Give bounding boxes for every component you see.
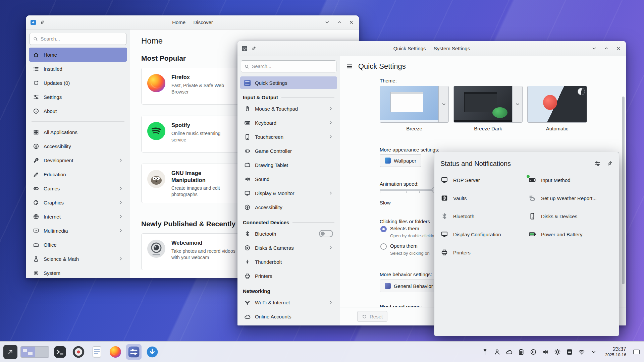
task-icon-system-settings[interactable]: [126, 344, 142, 360]
maximize-button[interactable]: [602, 45, 610, 52]
status-item-rdp-server[interactable]: RDP Server: [440, 171, 525, 189]
sidebar-item-all-applications[interactable]: All Applications: [29, 125, 127, 139]
clipboard-tray-icon[interactable]: [516, 346, 526, 358]
radio-button-selected[interactable]: [380, 226, 387, 232]
sidebar-item-multimedia[interactable]: Multimedia: [29, 224, 127, 238]
sidebar-item-internet[interactable]: Internet: [29, 209, 127, 224]
sidebar-item-installed[interactable]: Installed: [29, 62, 127, 76]
radio-button[interactable]: [380, 243, 387, 250]
sidebar-item-online-accounts[interactable]: Online Accounts: [240, 309, 337, 323]
theme-dropdown-button[interactable]: [438, 86, 448, 122]
general-behavior-button[interactable]: General Behavior: [380, 280, 438, 292]
app-card-webcamoid[interactable]: Webcamoid Take photos and record videos …: [141, 233, 241, 270]
task-icon-firefox[interactable]: [108, 344, 123, 360]
task-icon-konsole[interactable]: [52, 344, 68, 360]
remote-desktop-tray-icon[interactable]: [480, 346, 490, 358]
theme-card-automatic[interactable]: Automatic: [527, 86, 587, 131]
sidebar-item-science-math[interactable]: Science & Math: [29, 252, 127, 266]
sidebar-item-accessibility[interactable]: Accessibility: [240, 200, 337, 214]
radio-option-selects-them[interactable]: Selects them Open by double-clicking: [380, 226, 437, 238]
theme-card-breeze[interactable]: Breeze: [380, 86, 449, 131]
virtual-desktop-pager[interactable]: [20, 346, 49, 358]
user-tray-icon[interactable]: [492, 346, 502, 358]
settings-titlebar[interactable]: Quick Settings — System Settings: [237, 41, 626, 56]
discover-search-input[interactable]: [41, 36, 123, 42]
sidebar-item-keyboard[interactable]: Keyboard: [240, 116, 337, 130]
discover-app-icon[interactable]: [30, 19, 36, 25]
app-launcher-button[interactable]: [3, 345, 17, 359]
sidebar-item-office[interactable]: Office: [29, 238, 127, 252]
minimize-button[interactable]: [323, 19, 331, 26]
sidebar-item-games[interactable]: Games: [29, 181, 127, 195]
weather-tray-icon[interactable]: [504, 346, 514, 358]
sidebar-item-touchscreen[interactable]: Touchscreen: [240, 130, 337, 144]
minimize-button[interactable]: [590, 45, 598, 52]
task-icon-file-manager[interactable]: [89, 344, 105, 360]
keyboard-layout-tray-icon[interactable]: [565, 346, 575, 358]
app-card-firefox[interactable]: Firefox Fast, Private & Safe Web Browser: [141, 68, 241, 105]
task-icon-discover[interactable]: [145, 344, 160, 360]
sidebar-item-game-controller[interactable]: Game Controller: [240, 144, 337, 158]
sidebar-item-disks-cameras[interactable]: Disks & Cameras: [240, 241, 337, 255]
status-item-power-battery[interactable]: Power and Battery: [528, 225, 613, 243]
configure-icon[interactable]: [594, 160, 601, 167]
settings-search-input[interactable]: [252, 64, 333, 69]
sidebar-item-about[interactable]: About: [29, 104, 127, 118]
close-button[interactable]: [347, 19, 355, 26]
sidebar-item-display-monitor[interactable]: Display & Monitor: [240, 186, 337, 200]
status-item-disks-devices[interactable]: Disks & Devices: [528, 207, 613, 225]
sidebar-item-thunderbolt[interactable]: Thunderbolt: [240, 255, 337, 269]
sidebar-item-printers[interactable]: Printers: [240, 269, 337, 283]
status-item-display-configuration[interactable]: Display Configuration: [440, 225, 525, 243]
sidebar-item-updates[interactable]: Updates (0): [29, 76, 127, 90]
night-light-tray-icon[interactable]: [552, 346, 562, 358]
settings-search[interactable]: [241, 60, 336, 72]
pin-icon[interactable]: [39, 18, 46, 26]
discover-search[interactable]: [30, 33, 126, 45]
sidebar-item-accessibility[interactable]: Accessibility: [29, 139, 127, 153]
system-settings-app-icon[interactable]: [241, 46, 248, 52]
bluetooth-toggle[interactable]: [319, 230, 333, 237]
status-item-weather-report[interactable]: Set up Weather Report...: [528, 189, 613, 207]
pin-icon[interactable]: [605, 159, 614, 168]
media-player-tray-icon[interactable]: [528, 346, 538, 358]
sidebar-item-drawing-tablet[interactable]: Drawing Tablet: [240, 158, 337, 172]
sidebar-item-label: Settings: [44, 94, 62, 100]
volume-tray-icon[interactable]: [540, 346, 550, 358]
wallpaper-button[interactable]: Wallpaper: [380, 154, 421, 167]
sidebar-item-sound[interactable]: Sound: [240, 172, 337, 186]
expand-tray-icon[interactable]: [589, 346, 599, 358]
pin-icon[interactable]: [250, 45, 258, 52]
show-desktop-button[interactable]: [632, 345, 641, 359]
radio-option-opens-them[interactable]: Opens them Select by clicking on: [380, 243, 430, 256]
app-card-gimp[interactable]: GNU Image Manipulation Create images and…: [141, 164, 241, 203]
sidebar-item-home[interactable]: Home: [29, 48, 127, 62]
sidebar-item-education[interactable]: Education: [29, 167, 127, 181]
sidebar-item-wifi-internet[interactable]: Wi-Fi & Internet: [240, 295, 337, 309]
app-card-spotify[interactable]: Spotify Online music streaming service: [141, 116, 241, 153]
content-scrollbar[interactable]: [622, 97, 625, 284]
hamburger-menu-button[interactable]: [343, 60, 356, 72]
close-button[interactable]: [614, 45, 622, 52]
discover-titlebar[interactable]: Home — Discover: [26, 15, 359, 29]
sidebar-item-system[interactable]: System: [29, 266, 127, 278]
digital-clock[interactable]: 23:37 2025-10-16: [605, 346, 626, 357]
sidebar-item-quick-settings[interactable]: Quick Settings: [240, 76, 337, 89]
task-icon-webcamoid[interactable]: [71, 344, 86, 360]
sidebar-item-settings[interactable]: Settings: [29, 90, 127, 104]
sidebar-item-development[interactable]: Development: [29, 153, 127, 167]
reset-button[interactable]: Reset: [357, 311, 387, 322]
sidebar-item-bluetooth[interactable]: Bluetooth: [240, 227, 337, 241]
sidebar-item-graphics[interactable]: Graphics: [29, 195, 127, 209]
maximize-button[interactable]: [335, 19, 343, 26]
network-tray-icon[interactable]: [577, 346, 587, 358]
status-item-bluetooth[interactable]: Bluetooth: [440, 207, 525, 225]
status-item-input-method[interactable]: Input Method: [528, 171, 613, 189]
sidebar-item-mouse-touchpad[interactable]: Mouse & Touchpad: [240, 102, 337, 116]
pager-desktop-1[interactable]: [21, 347, 35, 357]
status-item-printers[interactable]: Printers: [440, 243, 525, 261]
theme-card-breeze-dark[interactable]: Breeze Dark: [453, 86, 523, 131]
theme-dropdown-button[interactable]: [512, 86, 522, 122]
pager-desktop-2[interactable]: [35, 347, 49, 357]
status-item-vaults[interactable]: Vaults: [440, 189, 525, 207]
